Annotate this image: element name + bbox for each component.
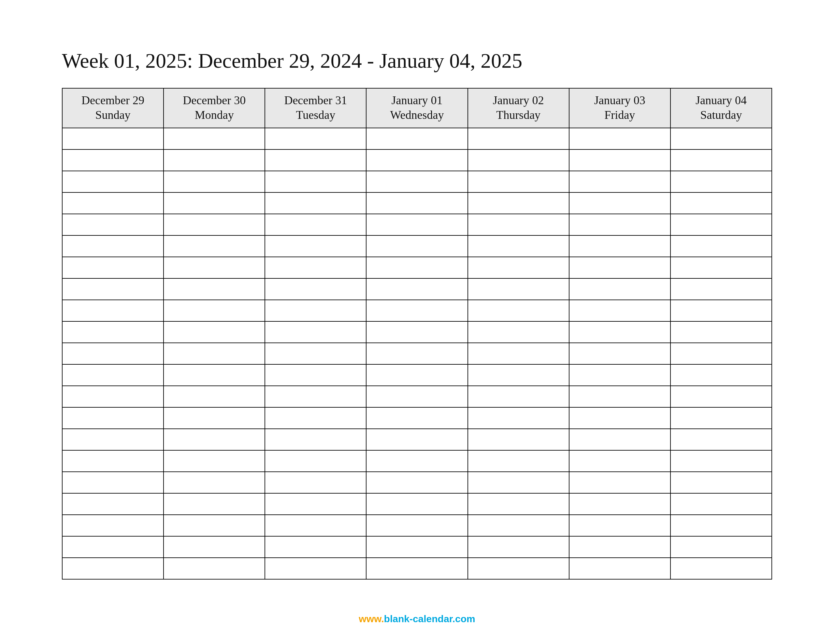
- calendar-cell[interactable]: [265, 343, 366, 364]
- calendar-cell[interactable]: [163, 429, 265, 450]
- calendar-cell[interactable]: [62, 407, 163, 429]
- calendar-cell[interactable]: [569, 128, 671, 149]
- calendar-cell[interactable]: [62, 214, 163, 236]
- calendar-cell[interactable]: [468, 472, 569, 493]
- calendar-cell[interactable]: [62, 429, 163, 450]
- calendar-cell[interactable]: [163, 149, 265, 171]
- calendar-cell[interactable]: [671, 558, 772, 579]
- calendar-cell[interactable]: [366, 236, 467, 257]
- calendar-cell[interactable]: [569, 429, 671, 450]
- calendar-cell[interactable]: [569, 386, 671, 407]
- calendar-cell[interactable]: [366, 558, 467, 579]
- calendar-cell[interactable]: [265, 128, 366, 149]
- calendar-cell[interactable]: [569, 171, 671, 192]
- calendar-cell[interactable]: [163, 257, 265, 278]
- calendar-cell[interactable]: [366, 278, 467, 300]
- calendar-cell[interactable]: [62, 343, 163, 364]
- calendar-cell[interactable]: [163, 321, 265, 343]
- calendar-cell[interactable]: [366, 257, 467, 278]
- calendar-cell[interactable]: [468, 128, 569, 149]
- calendar-cell[interactable]: [671, 149, 772, 171]
- calendar-cell[interactable]: [163, 300, 265, 321]
- calendar-cell[interactable]: [671, 321, 772, 343]
- calendar-cell[interactable]: [569, 536, 671, 558]
- calendar-cell[interactable]: [468, 257, 569, 278]
- calendar-cell[interactable]: [468, 429, 569, 450]
- calendar-cell[interactable]: [468, 515, 569, 536]
- calendar-cell[interactable]: [62, 472, 163, 493]
- calendar-cell[interactable]: [366, 171, 467, 192]
- calendar-cell[interactable]: [366, 321, 467, 343]
- calendar-cell[interactable]: [671, 493, 772, 515]
- calendar-cell[interactable]: [163, 171, 265, 192]
- calendar-cell[interactable]: [265, 536, 366, 558]
- calendar-cell[interactable]: [163, 536, 265, 558]
- calendar-cell[interactable]: [265, 321, 366, 343]
- calendar-cell[interactable]: [163, 558, 265, 579]
- calendar-cell[interactable]: [468, 407, 569, 429]
- calendar-cell[interactable]: [265, 386, 366, 407]
- calendar-cell[interactable]: [468, 386, 569, 407]
- calendar-cell[interactable]: [468, 343, 569, 364]
- calendar-cell[interactable]: [163, 192, 265, 214]
- calendar-cell[interactable]: [163, 450, 265, 472]
- calendar-cell[interactable]: [569, 450, 671, 472]
- calendar-cell[interactable]: [366, 300, 467, 321]
- calendar-cell[interactable]: [265, 407, 366, 429]
- calendar-cell[interactable]: [62, 450, 163, 472]
- calendar-cell[interactable]: [366, 128, 467, 149]
- calendar-cell[interactable]: [265, 149, 366, 171]
- calendar-cell[interactable]: [366, 493, 467, 515]
- calendar-cell[interactable]: [163, 128, 265, 149]
- calendar-cell[interactable]: [671, 364, 772, 386]
- calendar-cell[interactable]: [62, 386, 163, 407]
- calendar-cell[interactable]: [671, 515, 772, 536]
- calendar-cell[interactable]: [468, 364, 569, 386]
- calendar-cell[interactable]: [468, 558, 569, 579]
- calendar-cell[interactable]: [468, 236, 569, 257]
- calendar-cell[interactable]: [468, 214, 569, 236]
- footer-link[interactable]: www.blank-calendar.com: [0, 613, 834, 625]
- calendar-cell[interactable]: [163, 236, 265, 257]
- calendar-cell[interactable]: [265, 493, 366, 515]
- calendar-cell[interactable]: [569, 257, 671, 278]
- calendar-cell[interactable]: [671, 343, 772, 364]
- calendar-cell[interactable]: [163, 407, 265, 429]
- calendar-cell[interactable]: [468, 450, 569, 472]
- calendar-cell[interactable]: [468, 300, 569, 321]
- calendar-cell[interactable]: [366, 192, 467, 214]
- calendar-cell[interactable]: [468, 321, 569, 343]
- calendar-cell[interactable]: [366, 214, 467, 236]
- calendar-cell[interactable]: [671, 386, 772, 407]
- calendar-cell[interactable]: [62, 321, 163, 343]
- calendar-cell[interactable]: [62, 515, 163, 536]
- calendar-cell[interactable]: [62, 128, 163, 149]
- calendar-cell[interactable]: [569, 343, 671, 364]
- calendar-cell[interactable]: [569, 300, 671, 321]
- calendar-cell[interactable]: [265, 429, 366, 450]
- calendar-cell[interactable]: [366, 343, 467, 364]
- calendar-cell[interactable]: [62, 278, 163, 300]
- calendar-cell[interactable]: [163, 364, 265, 386]
- calendar-cell[interactable]: [366, 450, 467, 472]
- calendar-cell[interactable]: [671, 472, 772, 493]
- calendar-cell[interactable]: [265, 171, 366, 192]
- calendar-cell[interactable]: [569, 214, 671, 236]
- calendar-cell[interactable]: [62, 149, 163, 171]
- calendar-cell[interactable]: [62, 558, 163, 579]
- calendar-cell[interactable]: [62, 171, 163, 192]
- calendar-cell[interactable]: [265, 257, 366, 278]
- calendar-cell[interactable]: [366, 515, 467, 536]
- calendar-cell[interactable]: [569, 472, 671, 493]
- calendar-cell[interactable]: [163, 386, 265, 407]
- calendar-cell[interactable]: [366, 364, 467, 386]
- calendar-cell[interactable]: [671, 128, 772, 149]
- calendar-cell[interactable]: [163, 214, 265, 236]
- calendar-cell[interactable]: [366, 149, 467, 171]
- calendar-cell[interactable]: [366, 536, 467, 558]
- calendar-cell[interactable]: [265, 192, 366, 214]
- calendar-cell[interactable]: [265, 558, 366, 579]
- calendar-cell[interactable]: [163, 472, 265, 493]
- calendar-cell[interactable]: [265, 214, 366, 236]
- calendar-cell[interactable]: [468, 171, 569, 192]
